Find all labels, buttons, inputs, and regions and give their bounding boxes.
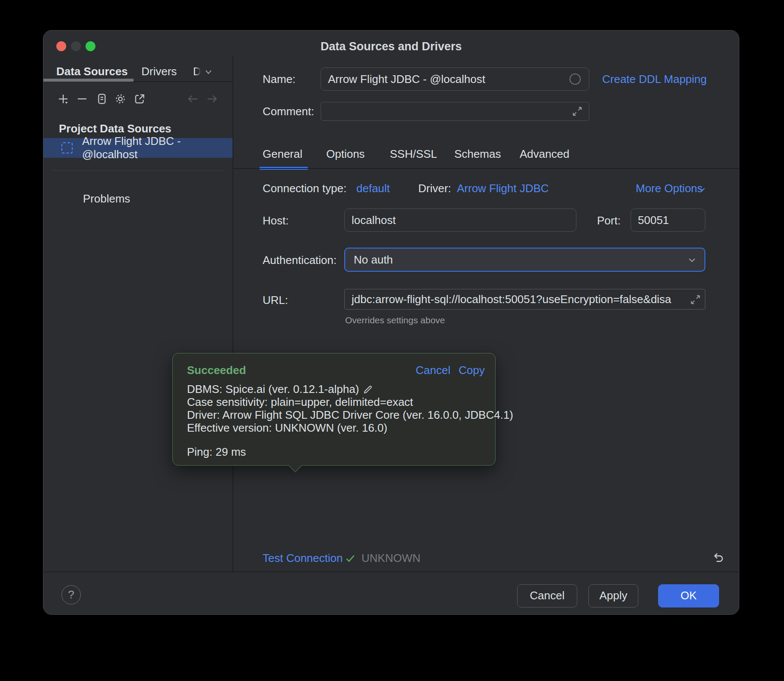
apply-button[interactable]: Apply <box>588 584 638 607</box>
open-in-window-icon[interactable] <box>133 92 147 106</box>
dialog-title: Data Sources and Drivers <box>43 40 739 53</box>
help-question-mark: ? <box>68 588 74 601</box>
host-label: Host: <box>263 214 289 227</box>
sidebar-section-divider <box>52 170 224 171</box>
connection-type-label: Connection type: <box>263 182 346 195</box>
name-value: Arrow Flight JDBC - @localhost <box>328 73 485 86</box>
ok-button[interactable]: OK <box>658 584 719 607</box>
edit-pencil-icon[interactable] <box>362 384 374 395</box>
url-hint: Overrides settings above <box>345 315 445 325</box>
comment-input[interactable] <box>321 102 589 121</box>
popup-status: Succeeded <box>187 364 246 377</box>
test-connection-popup: Succeeded Cancel Copy DBMS: Spice.ai (ve… <box>172 353 496 466</box>
duplicate-icon[interactable] <box>95 92 109 106</box>
authentication-value: No auth <box>354 253 393 267</box>
help-button[interactable]: ? <box>61 585 81 604</box>
forward-icon[interactable] <box>205 92 219 106</box>
sidebar: Data Sources Drivers D Project Data Sour… <box>43 55 233 571</box>
popup-effective-line: Effective version: UNKNOWN (ver. 16.0) <box>187 421 387 435</box>
name-label: Name: <box>263 73 296 86</box>
tab-data-sources[interactable]: Data Sources <box>56 65 128 78</box>
url-expand-icon[interactable] <box>689 294 701 306</box>
sidebar-panel-divider <box>233 55 233 571</box>
authentication-select[interactable]: No auth <box>344 248 705 272</box>
popup-ping-line: Ping: 29 ms <box>187 445 246 459</box>
driver-value-link[interactable]: Arrow Flight JDBC <box>457 182 549 195</box>
tabs-chevron-down-icon[interactable] <box>203 67 214 77</box>
connection-type-value[interactable]: default <box>356 182 390 195</box>
test-status-text: UNKNOWN <box>361 552 420 565</box>
host-input[interactable]: localhost <box>344 209 576 232</box>
popup-notch <box>288 459 302 472</box>
tab-schemas[interactable]: Schemas <box>454 147 501 161</box>
tabs-divider <box>233 168 740 169</box>
tab-ssh-ssl[interactable]: SSH/SSL <box>390 147 437 161</box>
port-label: Port: <box>597 214 621 227</box>
settings-gear-icon[interactable] <box>113 92 127 106</box>
add-icon[interactable] <box>56 92 70 106</box>
cancel-button[interactable]: Cancel <box>517 584 577 607</box>
host-value: localhost <box>352 214 396 227</box>
url-value: jdbc:arrow-flight-sql://localhost:50051?… <box>352 293 671 306</box>
popup-case-line: Case sensitivity: plain=upper, delimited… <box>187 396 413 409</box>
create-ddl-mapping-link[interactable]: Create DDL Mapping <box>602 73 707 86</box>
tab-advanced[interactable]: Advanced <box>520 147 570 161</box>
back-icon[interactable] <box>186 92 200 106</box>
name-progress-circle-icon <box>570 74 581 85</box>
remove-icon[interactable] <box>75 92 89 106</box>
success-check-icon <box>344 552 356 564</box>
form-tabs: General Options SSH/SSL Schemas Advanced <box>43 147 740 168</box>
rollback-icon[interactable] <box>710 551 725 565</box>
authentication-chevron-down-icon <box>686 255 698 266</box>
popup-cancel-link[interactable]: Cancel <box>416 364 450 377</box>
more-options-link[interactable]: More Options <box>636 182 703 195</box>
footer-divider <box>43 571 739 572</box>
popup-copy-link[interactable]: Copy <box>459 364 485 377</box>
port-value: 50051 <box>638 214 669 227</box>
tab-drivers[interactable]: Drivers <box>141 65 177 78</box>
driver-label: Driver: <box>418 182 451 195</box>
popup-driver-line: Driver: Arrow Flight SQL JDBC Driver Cor… <box>187 408 513 422</box>
project-data-sources-header: Project Data Sources <box>59 122 172 135</box>
popup-dbms-line: DBMS: Spice.ai (ver. 0.12.1-alpha) <box>187 383 359 396</box>
port-input[interactable]: 50051 <box>631 209 705 232</box>
dialog-window: Data Sources and Drivers Data Sources Dr… <box>43 30 739 615</box>
problems-item[interactable]: Problems <box>83 192 130 206</box>
tab-options[interactable]: Options <box>326 147 365 161</box>
comment-expand-icon[interactable] <box>571 105 583 117</box>
url-input[interactable]: jdbc:arrow-flight-sql://localhost:50051?… <box>344 289 705 310</box>
more-options-chevron-icon[interactable] <box>697 184 707 195</box>
comment-label: Comment: <box>263 105 314 118</box>
name-input[interactable]: Arrow Flight JDBC - @localhost <box>321 67 589 91</box>
authentication-label: Authentication: <box>263 254 337 267</box>
tab-truncated[interactable]: D <box>193 65 201 78</box>
url-label: URL: <box>263 294 288 307</box>
active-tab-indicator <box>43 79 134 82</box>
tab-general[interactable]: General <box>263 147 303 161</box>
test-connection-link[interactable]: Test Connection <box>263 552 343 565</box>
